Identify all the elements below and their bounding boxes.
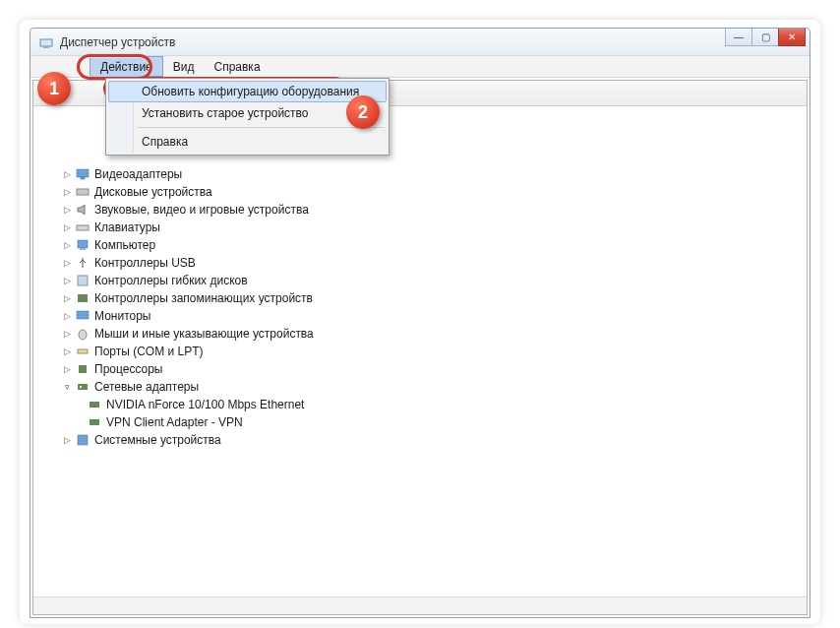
display-adapter-icon	[75, 166, 90, 182]
tree-item-floppy[interactable]: ▷ Контроллеры гибких дисков	[43, 272, 803, 289]
svg-rect-3	[81, 177, 85, 179]
tree-label: Дисковые устройства	[94, 185, 212, 199]
svg-rect-1	[43, 46, 49, 48]
floppy-icon	[75, 273, 90, 288]
expander-icon[interactable]: ▷	[61, 168, 73, 180]
tree-item-monitor[interactable]: ▷ Мониторы	[43, 307, 803, 325]
menu-add-legacy[interactable]: Установить старое устройство	[108, 102, 387, 124]
expander-icon[interactable]: ▷	[61, 363, 73, 375]
client-area: ▷ Видеоадаптеры ▷ Дисковые устройства ▷ …	[32, 80, 808, 615]
callout-1: 1	[37, 72, 71, 105]
svg-rect-18	[90, 419, 99, 425]
tree-item-cpu[interactable]: ▷ Процессоры	[43, 360, 803, 378]
tree-item-system[interactable]: ▷ Системные устройства	[43, 431, 803, 449]
usb-icon	[75, 255, 90, 271]
statusbar	[33, 597, 807, 614]
svg-rect-9	[78, 276, 88, 285]
svg-marker-5	[78, 205, 85, 215]
tree-item-ports[interactable]: ▷ Порты (COM и LPT)	[43, 343, 803, 360]
expander-icon[interactable]: ▷	[61, 221, 73, 233]
svg-rect-10	[78, 294, 88, 302]
menu-view[interactable]: Вид	[163, 56, 205, 77]
mouse-icon	[75, 326, 90, 342]
menu-item-label: Справка	[142, 135, 188, 149]
system-icon	[75, 432, 90, 448]
menu-item-label: Установить старое устройство	[142, 106, 309, 120]
cpu-icon	[75, 361, 90, 377]
app-icon	[38, 34, 54, 50]
network-icon	[75, 379, 90, 395]
titlebar: Диспетчер устройств — ▢ ✕	[30, 29, 810, 56]
tree-item-storage[interactable]: ▷ Контроллеры запоминающих устройств	[43, 289, 803, 307]
svg-rect-11	[77, 311, 89, 319]
svg-rect-4	[77, 189, 89, 195]
svg-rect-7	[78, 240, 88, 248]
monitor-icon	[75, 308, 90, 324]
expander-icon[interactable]: ▿	[61, 381, 73, 393]
svg-rect-2	[77, 169, 89, 177]
tree-item-network[interactable]: ▿ Сетевые адаптеры	[43, 378, 803, 396]
tree-item-usb[interactable]: ▷ Контроллеры USB	[43, 254, 803, 272]
expander-icon[interactable]: ▷	[61, 239, 73, 251]
tree-label: Сетевые адаптеры	[94, 380, 199, 394]
tree-label: Клавиатуры	[94, 220, 160, 234]
expander-icon[interactable]: ▷	[61, 434, 73, 446]
device-tree[interactable]: ▷ Видеоадаптеры ▷ Дисковые устройства ▷ …	[33, 106, 807, 597]
tree-label: Звуковые, видео и игровые устройства	[94, 203, 309, 217]
svg-rect-14	[79, 365, 87, 373]
tree-item-nic-vpn[interactable]: VPN Client Adapter - VPN	[43, 413, 803, 431]
tree-label: Контроллеры запоминающих устройств	[94, 291, 313, 305]
callout-label: 1	[49, 79, 59, 99]
tree-label: NVIDIA nForce 10/100 Mbps Ethernet	[106, 398, 304, 411]
svg-rect-8	[80, 248, 86, 250]
expander-icon[interactable]: ▷	[61, 204, 73, 216]
menu-item-label: Обновить конфигурацию оборудования	[142, 85, 359, 98]
keyboard-icon	[75, 220, 90, 235]
tree-label: Процессоры	[94, 362, 163, 376]
storage-icon	[75, 290, 90, 306]
svg-rect-0	[40, 39, 52, 46]
tree-item-keyboard[interactable]: ▷ Клавиатуры	[43, 219, 803, 236]
callout-label: 2	[358, 102, 368, 123]
menu-action[interactable]: Действие	[90, 56, 163, 77]
tree-label: Контроллеры гибких дисков	[94, 274, 248, 287]
tree-label: Мыши и иные указывающие устройства	[94, 327, 314, 341]
tree-label: Системные устройства	[94, 433, 221, 447]
menu-help[interactable]: Справка	[108, 131, 387, 153]
ports-icon	[75, 344, 90, 359]
window-controls: — ▢ ✕	[726, 29, 806, 46]
sound-icon	[75, 202, 90, 218]
expander-icon[interactable]: ▷	[61, 345, 73, 357]
menubar: Действие Вид Справка	[30, 56, 810, 78]
svg-rect-16	[80, 386, 82, 388]
tree-label: VPN Client Adapter - VPN	[106, 415, 243, 429]
tree-item-mouse[interactable]: ▷ Мыши и иные указывающие устройства	[43, 325, 803, 343]
tree-label: Видеоадаптеры	[94, 167, 182, 181]
menu-scan-hardware[interactable]: Обновить конфигурацию оборудования	[108, 81, 387, 102]
window-title: Диспетчер устройств	[60, 35, 175, 49]
tree-item-sound[interactable]: ▷ Звуковые, видео и игровые устройства	[43, 201, 803, 219]
nic-icon	[87, 397, 102, 412]
expander-icon[interactable]: ▷	[61, 292, 73, 304]
tree-item-video[interactable]: ▷ Видеоадаптеры	[43, 165, 803, 183]
menu-help[interactable]: Справка	[204, 56, 270, 77]
callout-2: 2	[346, 95, 380, 129]
svg-rect-19	[78, 435, 88, 445]
disk-icon	[75, 184, 90, 200]
svg-rect-6	[77, 225, 89, 230]
svg-rect-15	[78, 384, 88, 390]
expander-icon[interactable]: ▷	[61, 257, 73, 269]
maximize-button[interactable]: ▢	[751, 29, 779, 46]
tree-item-computer[interactable]: ▷ Компьютер	[43, 236, 803, 254]
expander-icon[interactable]: ▷	[61, 310, 73, 322]
expander-icon[interactable]: ▷	[61, 328, 73, 340]
expander-icon[interactable]: ▷	[61, 186, 73, 198]
svg-rect-13	[78, 349, 88, 353]
tree-item-disk[interactable]: ▷ Дисковые устройства	[43, 183, 803, 201]
tree-label: Контроллеры USB	[94, 256, 196, 270]
close-button[interactable]: ✕	[778, 29, 806, 46]
expander-icon[interactable]: ▷	[61, 275, 73, 286]
tree-item-nic-nvidia[interactable]: NVIDIA nForce 10/100 Mbps Ethernet	[43, 396, 803, 413]
minimize-button[interactable]: —	[725, 29, 752, 46]
tree-label: Порты (COM и LPT)	[94, 345, 204, 358]
